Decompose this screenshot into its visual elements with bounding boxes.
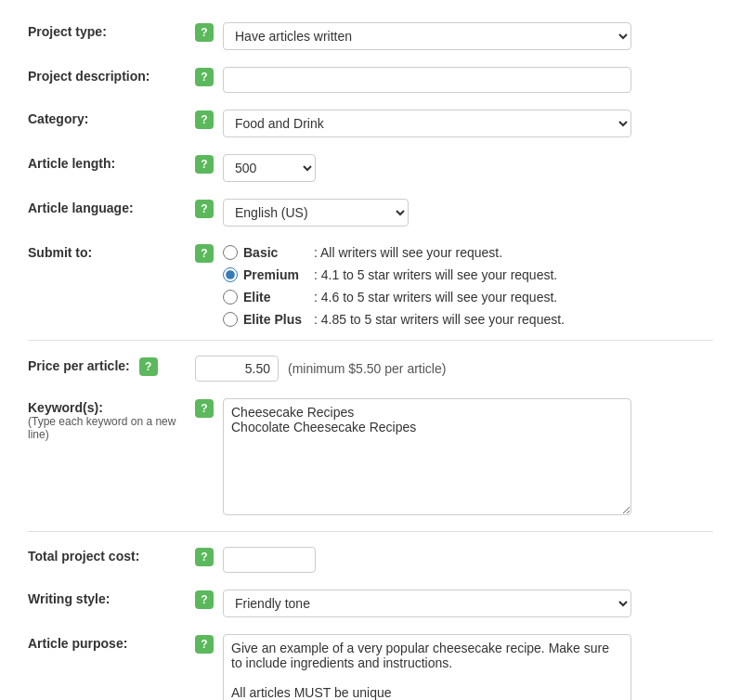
submit-to-help-icon[interactable]: ? xyxy=(195,244,214,263)
radio-elite[interactable] xyxy=(223,290,238,305)
keywords-label-wrap: Keyword(s): (Type each keyword on a new … xyxy=(28,395,195,441)
category-help-icon[interactable]: ? xyxy=(195,110,214,129)
article-length-help-icon[interactable]: ? xyxy=(195,155,214,174)
submit-to-row: Submit to: ? Basic : All writers will se… xyxy=(28,240,713,327)
project-description-input[interactable]: Cheesecake Recipes xyxy=(223,67,631,93)
price-help-icon[interactable]: ? xyxy=(139,357,158,376)
writing-style-help-icon[interactable]: ? xyxy=(195,590,214,609)
project-description-control: Cheesecake Recipes xyxy=(223,63,713,93)
project-description-row: Project description: ? Cheesecake Recipe… xyxy=(28,63,713,93)
article-language-help-icon[interactable]: ? xyxy=(195,200,214,218)
divider-1 xyxy=(28,340,713,341)
category-row: Category: ? Food and Drink Health Techno… xyxy=(28,106,713,137)
article-purpose-textarea[interactable]: Give an example of a very popular cheese… xyxy=(223,634,631,700)
writing-style-select[interactable]: Friendly tone Formal Conversational Tech… xyxy=(223,590,631,617)
article-purpose-label: Article purpose: xyxy=(28,630,195,651)
project-type-select[interactable]: Have articles written Have articles rewr… xyxy=(223,22,631,50)
total-cost-input[interactable]: $11.00 xyxy=(223,547,316,573)
article-length-label: Article length: xyxy=(28,150,195,171)
article-purpose-help-icon[interactable]: ? xyxy=(195,635,214,654)
keywords-label-group: Keyword(s): (Type each keyword on a new … xyxy=(28,400,195,441)
price-row-inner: (minimum $5.50 per article) xyxy=(195,356,713,382)
radio-row-basic: Basic : All writers will see your reques… xyxy=(223,245,713,260)
article-length-row: Article length: ? 300 500 700 1000 xyxy=(28,150,713,182)
radio-basic[interactable] xyxy=(223,245,238,260)
keywords-control: Cheesecake Recipes Chocolate Cheesecake … xyxy=(223,395,713,518)
divider-2 xyxy=(28,531,713,532)
radio-row-elite: Elite : 4.6 to 5 star writers will see y… xyxy=(223,290,713,305)
radio-premium-desc: : 4.1 to 5 star writers will see your re… xyxy=(314,267,557,282)
project-type-row: Project type: ? Have articles written Ha… xyxy=(28,19,713,50)
project-description-label: Project description: xyxy=(28,63,195,84)
radio-elite-label: Elite xyxy=(243,290,308,305)
article-language-row: Article language: ? English (US) English… xyxy=(28,195,713,227)
total-cost-row: Total project cost: ? $11.00 xyxy=(28,543,713,573)
article-language-label: Article language: xyxy=(28,195,195,215)
price-per-article-row: Price per article: ? (minimum $5.50 per … xyxy=(28,352,713,382)
keywords-sublabel: (Type each keyword on a new line) xyxy=(28,415,195,441)
radio-elite-plus-label: Elite Plus xyxy=(243,312,308,327)
keywords-textarea[interactable]: Cheesecake Recipes Chocolate Cheesecake … xyxy=(223,398,631,515)
total-cost-control: $11.00 xyxy=(223,543,713,573)
submit-to-radio-group: Basic : All writers will see your reques… xyxy=(223,243,713,327)
radio-row-premium: Premium : 4.1 to 5 star writers will see… xyxy=(223,267,713,282)
radio-premium[interactable] xyxy=(223,267,238,282)
article-length-control: 300 500 700 1000 xyxy=(223,150,713,182)
project-type-control: Have articles written Have articles rewr… xyxy=(223,19,713,50)
radio-elite-plus[interactable] xyxy=(223,312,238,327)
category-control: Food and Drink Health Technology Travel … xyxy=(223,106,713,137)
article-purpose-control: Give an example of a very popular cheese… xyxy=(223,630,713,700)
article-language-control: English (US) English (UK) Spanish French xyxy=(223,195,713,227)
radio-row-elite-plus: Elite Plus : 4.85 to 5 star writers will… xyxy=(223,312,713,327)
category-label: Category: xyxy=(28,106,195,126)
keywords-label: Keyword(s): xyxy=(28,400,195,415)
total-cost-label: Total project cost: xyxy=(28,543,195,564)
article-length-select[interactable]: 300 500 700 1000 xyxy=(223,154,316,182)
category-select[interactable]: Food and Drink Health Technology Travel … xyxy=(223,110,631,137)
price-hint: (minimum $5.50 per article) xyxy=(288,361,446,376)
radio-premium-label: Premium xyxy=(243,267,308,282)
writing-style-label: Writing style: xyxy=(28,586,195,606)
submit-to-label: Submit to: xyxy=(28,240,195,260)
project-type-help-icon[interactable]: ? xyxy=(195,23,214,42)
total-cost-help-icon[interactable]: ? xyxy=(195,548,214,566)
article-purpose-row: Article purpose: ? Give an example of a … xyxy=(28,630,713,700)
writing-style-control: Friendly tone Formal Conversational Tech… xyxy=(223,586,713,617)
radio-elite-desc: : 4.6 to 5 star writers will see your re… xyxy=(314,290,557,305)
project-type-label: Project type: xyxy=(28,19,195,39)
price-input[interactable] xyxy=(195,356,279,382)
keywords-help-icon[interactable]: ? xyxy=(195,399,214,418)
radio-basic-desc: : All writers will see your request. xyxy=(314,245,502,260)
keywords-row: Keyword(s): (Type each keyword on a new … xyxy=(28,395,713,518)
price-label-text: Price per article: xyxy=(28,358,130,373)
submit-to-control: Basic : All writers will see your reques… xyxy=(223,240,713,327)
article-language-select[interactable]: English (US) English (UK) Spanish French xyxy=(223,199,409,227)
radio-basic-label: Basic xyxy=(243,245,308,260)
price-control: (minimum $5.50 per article) xyxy=(195,352,713,382)
project-description-help-icon[interactable]: ? xyxy=(195,68,214,86)
writing-style-row: Writing style: ? Friendly tone Formal Co… xyxy=(28,586,713,617)
price-per-article-label: Price per article: ? xyxy=(28,352,195,376)
radio-elite-plus-desc: : 4.85 to 5 star writers will see your r… xyxy=(314,312,565,327)
